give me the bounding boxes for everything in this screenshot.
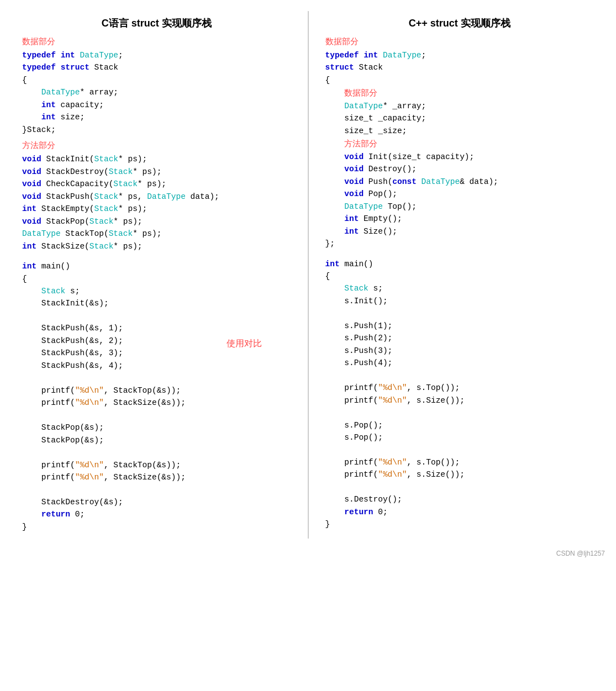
right-title: C++ struct 实现顺序栈 bbox=[325, 17, 594, 30]
left-data-label: 数据部分 bbox=[22, 36, 291, 47]
compare-label: 使用对比 bbox=[227, 338, 262, 350]
footer-text: CSDN @ljh1257 bbox=[11, 550, 605, 557]
left-method-code: void StackInit(Stack* ps); void StackDes… bbox=[22, 153, 291, 252]
right-data-code: typedef int DataType; struct Stack { 数据部… bbox=[325, 49, 594, 250]
right-main-code: int main() { Stack s; s.Init(); s.Push(1… bbox=[325, 258, 594, 531]
left-data-code: typedef int DataType; typedef struct Sta… bbox=[22, 49, 291, 136]
left-title: C语言 struct 实现顺序栈 bbox=[22, 17, 291, 30]
left-method-label: 方法部分 bbox=[22, 140, 291, 151]
column-divider bbox=[308, 11, 309, 539]
left-column: C语言 struct 实现顺序栈 数据部分 typedef int DataTy… bbox=[11, 11, 302, 539]
right-data-label: 数据部分 bbox=[325, 36, 594, 47]
main-container: C语言 struct 实现顺序栈 数据部分 typedef int DataTy… bbox=[11, 11, 605, 539]
left-main-code: int main() { Stack s; StackInit(&s); Sta… bbox=[22, 260, 291, 533]
right-column: C++ struct 实现顺序栈 数据部分 typedef int DataTy… bbox=[314, 11, 606, 539]
